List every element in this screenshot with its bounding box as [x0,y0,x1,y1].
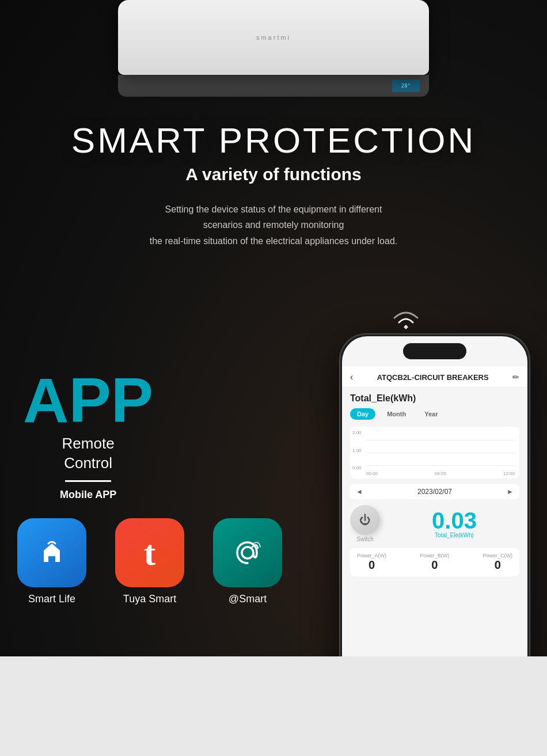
power-b-label: Power_B(W) [420,553,449,559]
phone-header: ‹ ATQCB2L-CIRCUIT BREAKERS ✏ [342,366,527,388]
controls-row: ⏻ Switch 0.03 Total_Ele(kWh) [350,505,519,542]
app-icon-tuya[interactable]: t Tuya Smart [115,518,184,605]
date-navigator: ◄ 2023/02/07 ► [350,484,519,499]
switch-label: Switch [356,536,373,542]
chart-y-label-0: 0.00 [352,465,362,470]
app-icons-row: Smart Life t Tuya Smart @Smart [17,518,282,605]
tuya-icon-box: t [115,518,184,587]
hero-text-block: SMART PROTECTION A variety of functions … [0,121,547,249]
tab-day[interactable]: Day [350,408,375,420]
app-icon-smart-life[interactable]: Smart Life [17,518,86,605]
app-label: APP [23,368,153,432]
date-display: 2023/02/07 [417,488,452,496]
chart-x-0: 00:00 [366,471,378,476]
phone-outer: ‹ ATQCB2L-CIRCUIT BREAKERS ✏ Total_Ele(k… [340,334,530,656]
chart-y-labels: 2.00 1.00 0.00 [352,430,362,470]
phone-body: Total_Ele(kWh) Day Month Year [342,388,527,656]
tuya-label: Tuya Smart [123,593,176,605]
bottom-section [0,656,547,756]
chart-gridline-bottom [366,465,515,466]
app-divider [65,480,111,482]
chart-x-6: 06:00 [435,471,446,476]
phone-content: ‹ ATQCB2L-CIRCUIT BREAKERS ✏ Total_Ele(k… [342,366,527,656]
date-next-button[interactable]: ► [507,488,514,496]
mobile-label: Mobile APP [23,489,153,501]
app-icon-at-smart[interactable]: @Smart [213,518,282,605]
main-title: SMART PROTECTION [0,121,547,160]
power-readings: Power_A(W) 0 Power_B(W) 0 Power_C(W) 0 [350,548,519,576]
power-icon: ⏻ [359,514,371,527]
chart-gridline-top [366,440,515,440]
tab-month[interactable]: Month [380,408,413,420]
tab-row: Day Month Year [350,408,519,420]
power-c-value: 0 [483,559,512,572]
app-section: APP RemoteControl Mobile APP [23,368,153,501]
chart-area: 2.00 1.00 0.00 00:00 06:00 12:00 [350,427,519,478]
total-ele-display: 0.03 Total_Ele(kWh) [389,509,519,538]
chart-gridline-mid [366,453,515,453]
smart-life-label: Smart Life [28,593,75,605]
hero-section: smartmi 28° SMART PROTECTION A variety o… [0,0,547,656]
ac-body: smartmi [118,0,429,75]
chart-y-label-1: 1.00 [352,448,362,453]
ac-bottom-bar: 28° [118,75,429,97]
total-label: Total_Ele(kWh) [389,532,519,538]
power-c-label: Power_C(W) [483,553,512,559]
power-button[interactable]: ⏻ [350,505,380,535]
power-b-value: 0 [420,559,449,572]
power-a: Power_A(W) 0 [357,553,386,572]
ac-display: 28° [392,79,420,92]
ac-unit: smartmi 28° [112,0,435,115]
hero-subtitle: A variety of functions [0,165,547,184]
smart-life-icon-box [17,518,86,587]
chart-x-12: 12:00 [503,471,515,476]
phone-screen: ‹ ATQCB2L-CIRCUIT BREAKERS ✏ Total_Ele(k… [342,336,527,656]
power-c: Power_C(W) 0 [483,553,512,572]
phone-notch [403,343,466,359]
hero-description: Setting the device status of the equipme… [0,202,547,249]
phone-edit-button[interactable]: ✏ [512,373,519,382]
ac-brand-label: smartmi [256,34,291,41]
remote-label: RemoteControl [23,434,153,473]
power-b: Power_B(W) 0 [420,553,449,572]
wifi-icon [389,305,423,334]
chart-y-label-2: 2.00 [352,430,362,435]
phone-title: ATQCB2L-CIRCUIT BREAKERS [377,373,489,382]
date-prev-button[interactable]: ◄ [356,488,363,496]
total-value: 0.03 [389,509,519,532]
phone-back-button[interactable]: ‹ [350,372,353,382]
phone-mockup: ‹ ATQCB2L-CIRCUIT BREAKERS ✏ Total_Ele(k… [340,334,530,656]
power-a-label: Power_A(W) [357,553,386,559]
power-a-value: 0 [357,559,386,572]
svg-point-0 [242,547,253,559]
phone-section-title: Total_Ele(kWh) [350,393,519,404]
switch-control: ⏻ Switch [350,505,380,542]
chart-x-labels: 00:00 06:00 12:00 [366,471,515,476]
at-smart-label: @Smart [229,593,267,605]
at-smart-icon-box [213,518,282,587]
tab-year[interactable]: Year [417,408,445,420]
